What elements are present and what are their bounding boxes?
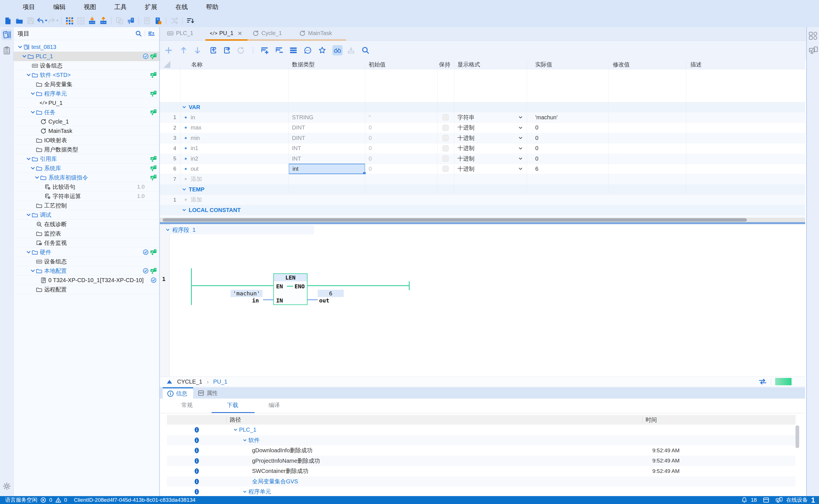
cell-desc[interactable] (686, 123, 805, 133)
tree-item--[interactable]: 工艺控制 (14, 201, 159, 210)
tree-item--[interactable]: 本地配置 (14, 266, 159, 276)
cell-name[interactable]: 添加 (180, 195, 289, 205)
out-operand-label[interactable]: out (319, 297, 329, 304)
comment-button[interactable] (303, 45, 313, 55)
search-icon[interactable] (135, 30, 142, 37)
tree-item--[interactable]: 硬件 (14, 248, 159, 257)
chevron-down-icon[interactable] (182, 105, 186, 109)
network-header[interactable]: 程序段 1 (163, 225, 314, 234)
retain-checkbox[interactable] (442, 125, 449, 131)
chevron-down-icon[interactable] (518, 156, 523, 161)
cell-actual[interactable]: 6 (527, 164, 608, 174)
import-button[interactable] (208, 45, 219, 55)
tree-item-cycle_1[interactable]: Cycle_1 (14, 117, 159, 126)
breadcrumb-pou[interactable]: PU_1 (213, 378, 228, 385)
horizontal-scrollbar[interactable] (160, 218, 805, 222)
menu-item[interactable]: 项目 (23, 3, 35, 11)
menu-item[interactable]: 帮助 (206, 3, 219, 11)
cell-type[interactable]: INT (289, 143, 365, 153)
chevron-down-icon[interactable] (26, 212, 31, 217)
info-row[interactable]: 全局变量集合GVS (167, 476, 796, 487)
group-row-local-constant[interactable]: LOCAL CONSTANT (160, 205, 805, 215)
cell-modify[interactable] (608, 133, 686, 143)
cell-hold[interactable] (437, 133, 454, 143)
menu-item[interactable]: 视图 (84, 3, 96, 11)
selected-type-cell[interactable]: int (289, 164, 365, 174)
info-row[interactable]: 软件 (167, 435, 796, 445)
cell-format[interactable]: 十进制 (454, 133, 527, 143)
out-value-badge[interactable]: 6 (318, 290, 344, 297)
cell-desc[interactable] (686, 133, 805, 143)
cell-name[interactable]: max (180, 123, 289, 133)
row-menu-button[interactable] (288, 45, 299, 55)
group-header-cell[interactable]: TEMP (182, 184, 290, 194)
dropdown-caret-icon[interactable] (45, 20, 47, 21)
splitter[interactable] (160, 222, 805, 224)
subtab-general[interactable]: 常规 (181, 401, 192, 409)
library-blocks-alt-button[interactable] (75, 15, 86, 26)
cell-format[interactable]: 十进制 (454, 153, 527, 164)
vertical-scrollbar-thumb[interactable] (796, 425, 799, 448)
chevron-down-icon[interactable] (182, 208, 186, 212)
new-file-button[interactable] (2, 15, 14, 26)
tree-item--[interactable]: 引用库 (14, 154, 159, 164)
menu-item[interactable]: 在线 (175, 3, 188, 11)
bottom-tab-properties[interactable]: 属性 (193, 387, 224, 399)
info-path[interactable]: 程序单元 (243, 488, 271, 496)
retain-checkbox[interactable] (442, 145, 449, 152)
retain-checkbox[interactable] (442, 155, 449, 162)
cell-hold[interactable] (437, 153, 454, 164)
cell-modify[interactable] (608, 123, 686, 133)
info-row[interactable]: PLC_1 (167, 425, 796, 435)
cell-type[interactable]: STRING (289, 112, 365, 122)
subtab-compile[interactable]: 编译 (269, 401, 280, 409)
cell-actual[interactable]: 0 (527, 143, 608, 153)
in-value-badge[interactable]: 'machun' (231, 290, 263, 297)
add-variable-row[interactable]: 1添加 (160, 195, 805, 205)
project-icon[interactable] (1, 29, 12, 40)
cell-init[interactable]: 0 (365, 153, 437, 164)
tab-cycle_1[interactable]: Cycle_1 (248, 27, 294, 39)
cell-hold[interactable] (437, 143, 454, 153)
group-row-var[interactable]: VAR (160, 102, 805, 113)
chevron-down-icon[interactable] (518, 166, 523, 171)
collapse-all-icon[interactable] (148, 30, 155, 37)
save-button[interactable] (25, 15, 36, 26)
close-icon[interactable] (238, 31, 242, 36)
cell-num[interactable]: 5 (163, 153, 180, 164)
menu-item[interactable]: 编辑 (53, 3, 66, 11)
variable-row-out[interactable]: 6outint0十进制6 (160, 164, 805, 174)
cell-type[interactable]: INT (289, 153, 365, 164)
tree-item--[interactable]: 比较语句1.0 (14, 182, 159, 192)
tree-item--[interactable]: 任务监视 (14, 238, 159, 248)
sort-filter-button[interactable] (185, 15, 196, 26)
chevron-down-icon[interactable] (18, 44, 23, 49)
breadcrumb-task[interactable]: CYCLE_1 (177, 378, 202, 385)
info-path[interactable]: 全局变量集合GVS (252, 478, 298, 485)
move-up-button[interactable] (178, 45, 189, 55)
chevron-down-icon[interactable] (34, 175, 40, 180)
tree-item-0-t324-xp-cd-10_1-t324-xp-cd-10-[interactable]: 0 T324-XP-CD-10_1[T324-XP-CD-10] (14, 276, 159, 285)
group-header-cell[interactable]: LOCAL CONSTANT (182, 205, 290, 215)
tree-item--[interactable]: 远程配置 (14, 285, 159, 294)
variable-row-in1[interactable]: 4in1INT0十进制0 (160, 143, 805, 154)
cell-name[interactable]: 添加 (180, 174, 289, 184)
cross-reference-button[interactable] (168, 15, 180, 26)
device-connect-button[interactable] (125, 15, 136, 26)
bottom-tab-info[interactable]: 信息 (163, 387, 193, 399)
error-icon[interactable] (40, 497, 46, 503)
retain-checkbox[interactable] (442, 166, 449, 172)
cell-format[interactable]: 字符串 (454, 112, 527, 122)
cell-name[interactable]: min (180, 133, 289, 143)
warning-icon[interactable] (55, 497, 61, 503)
tree-item--[interactable]: 系统库初级指令 (14, 173, 159, 182)
chevron-down-icon[interactable] (518, 115, 523, 120)
chevron-down-icon[interactable] (26, 72, 31, 77)
cell-modify[interactable] (608, 153, 686, 164)
cell-actual[interactable]: 0 (527, 153, 608, 164)
cell-format[interactable]: 十进制 (454, 164, 527, 174)
cell-desc[interactable] (686, 112, 805, 122)
chevron-down-icon[interactable] (518, 126, 523, 130)
chevron-down-icon[interactable] (22, 54, 27, 59)
retain-checkbox[interactable] (442, 114, 449, 120)
